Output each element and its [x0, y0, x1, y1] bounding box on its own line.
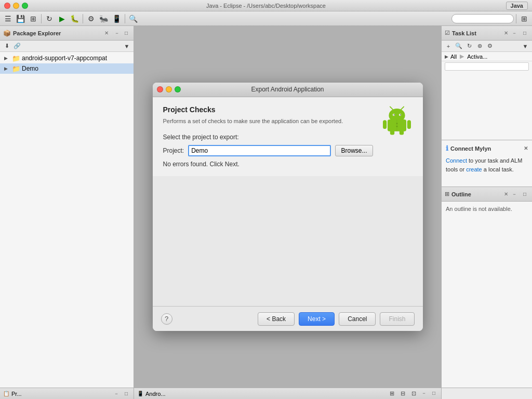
toolbar-sdk-btn[interactable]: 📱: [111, 13, 123, 24]
collapse-all-btn[interactable]: ⬇: [2, 42, 11, 51]
task-list-icon: ☑: [445, 30, 450, 36]
browse-button[interactable]: Browse...: [335, 145, 373, 156]
project-form-row: Project: Browse...: [163, 145, 373, 156]
bottom-center-minimize[interactable]: －: [420, 389, 428, 397]
outline-maximize-icon[interactable]: □: [521, 190, 529, 198]
toolbar-build-btn[interactable]: ⚙: [85, 13, 97, 24]
back-button[interactable]: < Back: [258, 312, 295, 326]
connect-mylyn-panel: ℹ Connect Mylyn ✕ Connect to your task a…: [442, 140, 532, 187]
task-menu-btn[interactable]: ▼: [521, 42, 530, 51]
maximize-button[interactable]: [22, 3, 28, 9]
task-list-minimize-icon[interactable]: －: [510, 29, 518, 37]
toolbar-sep-3: [125, 14, 125, 23]
panel-maximize-icon[interactable]: □: [122, 29, 130, 37]
task-present-btn[interactable]: ⊛: [475, 42, 484, 51]
svg-rect-9: [407, 120, 410, 129]
panel-minimize-icon[interactable]: －: [113, 29, 121, 37]
svg-rect-8: [383, 120, 387, 129]
mylyn-close-icon[interactable]: ✕: [524, 144, 528, 153]
toolbar-ant-btn[interactable]: 🐜: [98, 13, 110, 24]
new-task-btn[interactable]: +: [444, 42, 453, 51]
task-filter-input[interactable]: [445, 62, 529, 71]
project-input[interactable]: [188, 145, 331, 156]
svg-point-13: [396, 123, 397, 124]
bottom-left-maximize[interactable]: □: [122, 390, 130, 398]
link-editor-btn[interactable]: 🔗: [12, 42, 22, 51]
bottom-center-panel: 📱 Andro... ⊞ ⊟ ⊡ － □: [134, 388, 441, 399]
mylyn-info-icon: ℹ: [446, 143, 448, 154]
tree-item-appcompat[interactable]: ▶ 📁 android-support-v7-appcompat: [0, 53, 134, 63]
toolbar-perspective-btn[interactable]: ⊞: [518, 13, 530, 24]
bottom-left-title: Pr...: [11, 391, 22, 397]
project-icon-demo: 📁: [12, 65, 20, 73]
bottom-center-btn1[interactable]: ⊞: [387, 389, 396, 398]
bottom-left-minimize[interactable]: －: [112, 390, 121, 398]
toolbar-save-btn[interactable]: 💾: [15, 13, 26, 24]
toolbar-back-btn[interactable]: ☰: [2, 13, 14, 24]
outline-minimize-icon[interactable]: －: [510, 190, 518, 198]
mylyn-title: ℹ Connect Mylyn ✕: [446, 143, 528, 154]
expand-icon: ▶: [445, 54, 448, 59]
toolbar-run-btn[interactable]: ▶: [56, 13, 68, 24]
main-toolbar: ☰ 💾 ⊞ ↻ ▶ 🐛 ⚙ 🐜 📱 🔍 ⊞: [0, 11, 532, 26]
window-title: Java - Eclipse - /Users/abc/Desktop/work…: [206, 3, 326, 9]
outline-title: Outline: [451, 191, 502, 197]
package-explorer-panel: 📦 Package Explorer ✕ － □ ⬇ 🔗 ▼ ▶ 📁 andro…: [0, 26, 134, 388]
finish-button[interactable]: Finish: [380, 312, 414, 326]
task-settings-btn[interactable]: ⚙: [485, 42, 495, 51]
window-controls: [4, 3, 28, 9]
outline-close-icon[interactable]: ✕: [504, 191, 508, 197]
mylyn-connect-link[interactable]: Connect: [446, 157, 467, 164]
tree-item-demo[interactable]: ▶ 📁 Demo: [0, 63, 134, 74]
task-filter-row: [442, 61, 532, 72]
bottom-center-btn2[interactable]: ⊟: [398, 389, 407, 398]
tree-label-appcompat: android-support-v7-appcompat: [22, 55, 107, 62]
dialog-content: Project Checks Performs a set of checks …: [163, 105, 373, 168]
project-icon-appcompat: 📁: [12, 55, 20, 62]
bottom-left-icons: － □: [112, 390, 130, 398]
bottom-left-panel: 📋 Pr... － □: [0, 388, 134, 399]
toolbar-search-btn[interactable]: 🔍: [127, 13, 139, 24]
perspective-tab[interactable]: Java: [506, 2, 528, 10]
bottom-right-panel: [441, 388, 532, 399]
svg-rect-11: [399, 130, 403, 135]
close-button[interactable]: [4, 3, 10, 9]
toolbar-refresh-btn[interactable]: ↻: [44, 13, 55, 24]
package-explorer-close-icon[interactable]: ✕: [104, 30, 109, 36]
toolbar-debug-btn[interactable]: 🐛: [69, 13, 81, 24]
select-project-label: Select the project to export:: [163, 134, 373, 141]
bottom-left-icon: 📋: [3, 391, 9, 396]
toolbar-sep-4: [516, 14, 516, 23]
bottom-center-icons: ⊞ ⊟ ⊡ － □: [387, 389, 438, 398]
toolbar-sep-1: [41, 14, 42, 23]
outline-header: ⊞ Outline ✕ － □: [442, 187, 532, 202]
toolbar-save-all-btn[interactable]: ⊞: [28, 13, 39, 24]
bottom-center-maximize[interactable]: □: [430, 389, 438, 397]
task-filter-btn[interactable]: 🔍: [454, 42, 463, 51]
task-sync-btn[interactable]: ↻: [464, 42, 474, 51]
panel-menu-btn[interactable]: ▼: [122, 42, 131, 51]
bottom-center-btn3[interactable]: ⊡: [409, 389, 418, 398]
minimize-button[interactable]: [13, 3, 19, 9]
dialog-close-btn[interactable]: [157, 86, 163, 92]
modal-overlay: Export Android Application Project Check…: [134, 26, 441, 388]
dialog-min-btn[interactable]: [166, 86, 172, 92]
dialog-window-controls: [157, 86, 181, 92]
android-svg: [381, 105, 413, 137]
bottom-center-title: Andro...: [145, 391, 166, 397]
task-list-maximize-icon[interactable]: □: [521, 29, 529, 37]
center-editor-area: Export Android Application Project Check…: [134, 26, 441, 388]
mylyn-description: Connect to your task and ALM tools or cr…: [446, 156, 528, 175]
cancel-button[interactable]: Cancel: [339, 312, 376, 326]
mylyn-create-link[interactable]: create: [466, 166, 482, 172]
dialog-title: Export Android Application: [251, 86, 324, 93]
outline-panel: ⊞ Outline ✕ － □ An outline is not availa…: [442, 187, 532, 388]
next-button[interactable]: Next >: [299, 312, 335, 326]
export-dialog: Export Android Application Project Check…: [153, 83, 423, 331]
dialog-max-btn[interactable]: [175, 86, 181, 92]
global-search-input[interactable]: [451, 14, 514, 23]
task-list-close-icon[interactable]: ✕: [504, 30, 508, 36]
main-layout: 📦 Package Explorer ✕ － □ ⬇ 🔗 ▼ ▶ 📁 andro…: [0, 26, 532, 388]
task-expand-row: ▶ All ▶ Activa...: [442, 52, 532, 61]
help-button[interactable]: ?: [161, 313, 172, 325]
